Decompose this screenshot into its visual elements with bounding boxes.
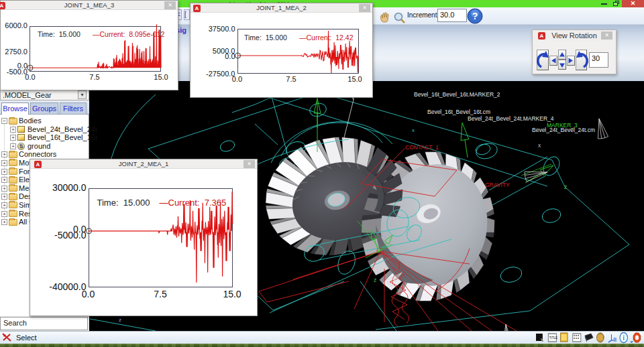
svg-text:z: z [374, 277, 376, 283]
svg-text:?: ? [472, 11, 478, 21]
svg-text:z: z [119, 317, 121, 323]
svg-text:Bevel_24t_Bevel_24t.cm: Bevel_24t_Bevel_24t.cm [532, 127, 595, 133]
svg-text:x: x [417, 283, 420, 289]
svg-text:Bevel_16t_Bevel_16t.MARKER_2: Bevel_16t_Bevel_16t.MARKER_2 [414, 91, 500, 98]
svg-text:z: z [564, 184, 567, 190]
svg-text:x: x [412, 127, 415, 133]
svg-text:Bevel_16t_Bevel_16t.cm: Bevel_16t_Bevel_16t.cm [427, 109, 490, 115]
svg-text:x: x [538, 142, 541, 149]
svg-text:CONTACT_1: CONTACT_1 [405, 144, 439, 151]
svg-text:TITLE: TITLE [549, 335, 558, 340]
svg-text:i: i [623, 334, 625, 342]
svg-text:GRAVITY: GRAVITY [485, 182, 510, 188]
svg-text:Bevel_24t_Bevel_24t.MARKER_4: Bevel_24t_Bevel_24t.MARKER_4 [468, 115, 554, 122]
